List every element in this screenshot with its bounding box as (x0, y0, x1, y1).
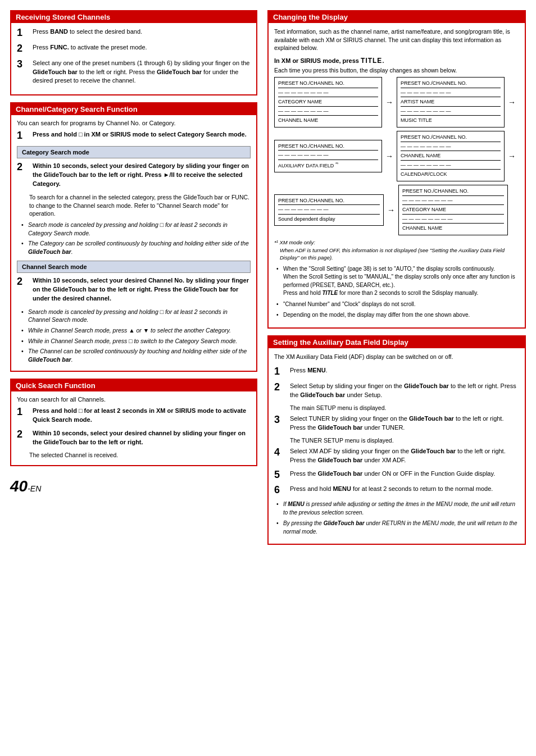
display-row-3: PRESET NO./CHANNEL NO. — — — — — — — — S… (274, 185, 519, 235)
disp-bullet-1: When the "Scroll Setting" (page 38) is s… (276, 265, 519, 298)
step-2-adf-text: Select Setup by sliding your finger on t… (290, 382, 519, 400)
ch-bullet-2: While in Channel Search mode, press ▲ or… (21, 326, 251, 335)
display-cell-3b: PRESET NO./CHANNEL NO. — — — — — — — — C… (398, 185, 508, 235)
auxiliary-data-field-section: Setting the Auxiliary Data Field Display… (267, 335, 526, 545)
adf-bullets: If MENU is pressed while adjusting or se… (276, 500, 519, 536)
step-2-channel: 2 Within 10 seconds, select your desired… (17, 276, 251, 303)
step-num-adf2: 2 (274, 382, 287, 393)
step-2-adf: 2 Select Setup by sliding your finger on… (274, 382, 519, 400)
ch-step2-bold: Within 10 seconds, select your desired C… (33, 277, 249, 302)
arrow-2: → (382, 152, 397, 161)
footnote-adf-text: When ADF is turned OFF, this information… (280, 247, 519, 262)
step-3-adf: 3 Select TUNER by sliding your finger on… (274, 415, 519, 432)
step-5-adf-text: Press the GlideTouch bar under ON or OFF… (290, 470, 519, 479)
step-num-2: 2 (17, 43, 29, 54)
arrow-3b (508, 206, 519, 215)
cell-line: — — — — — — — — (401, 89, 501, 98)
step-2-cat-text: Within 10 seconds, select your desired C… (33, 162, 251, 189)
channel-search-intro: You can search for programs by Channel N… (17, 120, 251, 126)
left-column: Receiving Stored Channels 1 Press BAND t… (10, 10, 257, 495)
arrow-3: → (384, 206, 398, 215)
adf-bullet-1: If MENU is pressed while adjusting or se… (276, 500, 519, 517)
step-num-cs1: 1 (17, 130, 29, 142)
step-3-adf-text: Select TUNER by sliding your finger on t… (290, 415, 519, 432)
step-3-text: Select any one of the preset numbers (1 … (33, 59, 251, 86)
category-bullets: Search mode is canceled by pressing and … (21, 221, 251, 256)
step-num-adf6: 6 (274, 485, 287, 496)
display-row-2: PRESET NO./CHANNEL NO. — — — — — — — — A… (274, 131, 519, 181)
quick-search-section: Quick Search Function You can search for… (10, 379, 257, 466)
step-1-qs-text: Press and hold □ for at least 2 seconds … (33, 407, 251, 425)
disp-bullet-2: "Channel Number" and "Clock" displays do… (276, 300, 519, 309)
step-6-adf: 6 Press and hold MENU for at least 2 sec… (274, 485, 519, 496)
step-2-quick: 2 Within 10 seconds, select your desired… (17, 429, 251, 447)
step-1-adf: 1 Press MENU. (274, 366, 519, 377)
disp-bullet-3: Depending on the model, the display may … (276, 311, 519, 320)
band-label: BAND (50, 28, 68, 35)
page-number: 40-EN (10, 477, 257, 495)
step-4-adf: 4 Select XM ADF by sliding your finger o… (274, 447, 519, 465)
cell-line: PRESET NO./CHANNEL NO. (401, 134, 501, 142)
cell-line: — — — — — — — — (401, 108, 501, 116)
arrow-1b: → (505, 98, 519, 107)
ch-bullet-3: While in Channel Search mode, press □ to… (21, 337, 251, 345)
step-1-cs-text: Press and hold □ in XM or SIRIUS mode to… (33, 130, 251, 139)
cell-line: — — — — — — — — (278, 152, 378, 160)
channel-search-mode-header: Channel Search mode (17, 261, 251, 273)
page-num-value: 40 (10, 477, 28, 495)
arrow-1: → (382, 98, 397, 107)
cat-bullet-1: Search mode is canceled by pressing and … (21, 221, 251, 237)
auxiliary-data-field-title: Setting the Auxiliary Data Field Display (269, 336, 525, 348)
cell-line: AUXILIARY DATA FIELD *¹ (278, 161, 378, 170)
display-bullets: When the "Scroll Setting" (page 38) is s… (276, 265, 519, 320)
cell-line: — — — — — — — — (278, 206, 380, 215)
display-cell-1b: PRESET NO./CHANNEL NO. — — — — — — — — A… (397, 77, 505, 127)
channel-category-search-section: Channel/Category Search Function You can… (10, 102, 257, 371)
cell-line: — — — — — — — — (278, 89, 378, 98)
step-num-adf3: 3 (274, 415, 287, 426)
step-num-ch2: 2 (17, 276, 29, 288)
step-num-1: 1 (17, 28, 29, 39)
step-1-quick: 1 Press and hold □ for at least 2 second… (17, 407, 251, 425)
step-2-category: 2 Within 10 seconds, select your desired… (17, 162, 251, 189)
cell-line: CALENDAR/CLOCK (401, 171, 501, 179)
step-1-receiving: 1 Press BAND to select the desired band. (17, 28, 251, 39)
adf-intro: The XM Auxiliary Data Field (ADF) displa… (274, 353, 519, 361)
cell-line: ARTIST NAME (401, 98, 501, 107)
cell-line: CATEGORY NAME (402, 206, 504, 215)
channel-category-search-title: Channel/Category Search Function (11, 103, 256, 115)
display-row-1: PRESET NO./CHANNEL NO. — — — — — — — — C… (274, 77, 519, 127)
cell-line: CATEGORY NAME (278, 98, 378, 107)
step-4-adf-text: Select XM ADF by sliding your finger on … (290, 447, 519, 465)
cell-line: — — — — — — — — (402, 197, 504, 206)
step-num-3: 3 (17, 59, 29, 70)
step-2-text: Press FUNC. to activate the preset mode. (33, 43, 251, 52)
qs-sub: The selected Channel is received. (29, 452, 251, 458)
step-1-adf-text: Press MENU. (290, 366, 519, 375)
cell-line: PRESET NO./CHANNEL NO. (278, 80, 378, 88)
cell-line: — — — — — — — — (401, 143, 501, 152)
glidetouch-label-1: GlideTouch bar (33, 69, 78, 75)
changing-display-intro: Text information, such as the channel na… (274, 28, 519, 52)
step-num-adf4: 4 (274, 447, 287, 458)
press-hold-label: Press and hold □ in XM or SIRIUS mode to… (33, 131, 247, 138)
cell-line: PRESET NO./CHANNEL NO. (401, 80, 501, 88)
step-5-adf: 5 Press the GlideTouch bar under ON or O… (274, 470, 519, 481)
arrow-2b: → (505, 152, 519, 161)
cell-line: PRESET NO./CHANNEL NO. (278, 197, 380, 206)
display-cell-2a: PRESET NO./CHANNEL NO. — — — — — — — — A… (274, 140, 382, 173)
ch-bullet-1: Search mode is canceled by pressing and … (21, 308, 251, 324)
cat-bullet-2: The Category can be scrolled continuousl… (21, 239, 251, 256)
cat-step2-bold: Within 10 seconds, select your desired C… (33, 162, 249, 187)
changing-display-section: Changing the Display Text information, s… (267, 10, 526, 329)
func-label: FUNC. (50, 44, 69, 51)
cell-line: CHANNEL NAME (401, 152, 501, 161)
qs-step2-bold: Within 10 seconds, select your desired c… (33, 430, 246, 445)
adf-step3-sub: The TUNER SETUP menu is displayed. (290, 437, 519, 444)
step-num-cat2: 2 (17, 162, 29, 173)
step-num-qs1: 1 (17, 407, 29, 418)
cell-line: — — — — — — — — (278, 108, 378, 116)
category-search-mode-header: Category Search mode (17, 146, 251, 158)
glidetouch-label-2: GlideTouch bar (157, 69, 202, 75)
changing-display-title: Changing the Display (269, 11, 525, 23)
